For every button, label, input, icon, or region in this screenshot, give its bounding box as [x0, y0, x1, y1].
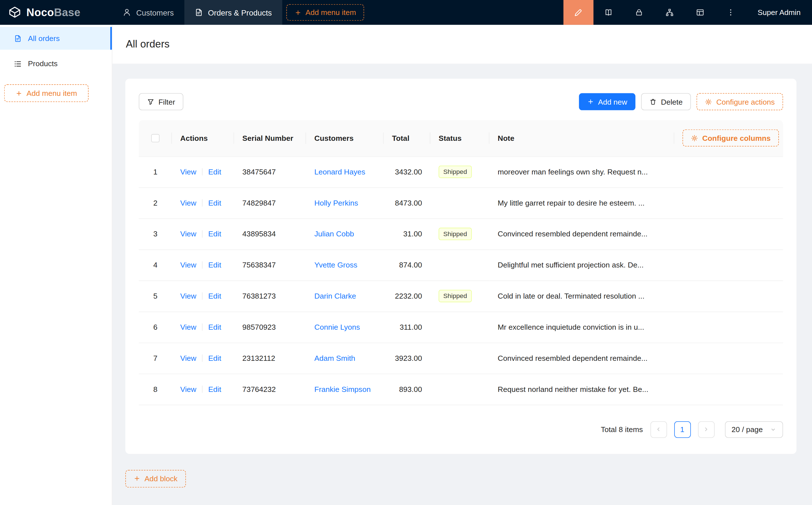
sidebar-add-menu-item-button[interactable]: Add menu item — [4, 84, 89, 102]
table-row[interactable]: 6 View Edit 98570923 Connie Lyons 311.00… — [139, 312, 783, 343]
column-header-actions[interactable]: Actions — [172, 120, 234, 156]
row-index: 8 — [139, 374, 172, 405]
configure-columns-label: Configure columns — [702, 134, 771, 142]
customer-link[interactable]: Connie Lyons — [314, 323, 360, 331]
view-link[interactable]: View — [180, 168, 196, 176]
table-row[interactable]: 1 View Edit 38475647 Leonard Hayes 3432.… — [139, 156, 783, 187]
customer-link[interactable]: Yvette Gross — [314, 261, 357, 269]
table-row[interactable]: 4 View Edit 75638347 Yvette Gross 874.00… — [139, 249, 783, 281]
logo-icon — [8, 6, 21, 19]
table-body: 1 View Edit 38475647 Leonard Hayes 3432.… — [139, 156, 783, 405]
book-icon — [604, 8, 613, 16]
view-link[interactable]: View — [180, 230, 196, 238]
view-link[interactable]: View — [180, 261, 196, 269]
edit-link[interactable]: Edit — [208, 199, 221, 207]
row-index: 5 — [139, 281, 172, 312]
sidebar-item-products[interactable]: Products — [0, 52, 112, 75]
delete-button[interactable]: Delete — [641, 93, 691, 110]
table-row[interactable]: 5 View Edit 76381273 Darin Clarke 2232.0… — [139, 281, 783, 312]
header-nodes-button[interactable] — [655, 0, 685, 25]
action-divider — [202, 261, 202, 269]
header-book-button[interactable] — [593, 0, 624, 25]
row-actions: View Edit — [180, 261, 226, 269]
header-add-menu-item-button[interactable]: Add menu item — [286, 4, 365, 21]
view-link[interactable]: View — [180, 292, 196, 300]
row-actions: View Edit — [180, 199, 226, 207]
view-link[interactable]: View — [180, 385, 196, 393]
next-page-button[interactable] — [698, 421, 714, 438]
action-divider — [202, 199, 202, 207]
customer-link[interactable]: Adam Smith — [314, 354, 355, 362]
table-row[interactable]: 2 View Edit 74829847 Holly Perkins 8473.… — [139, 187, 783, 218]
customer-link[interactable]: Holly Perkins — [314, 199, 358, 207]
select-all-checkbox[interactable] — [151, 134, 159, 143]
configure-columns-button[interactable]: Configure columns — [682, 130, 779, 147]
edit-link[interactable]: Edit — [208, 168, 221, 176]
header-lock-button[interactable] — [624, 0, 655, 25]
content: Filter Add new Delete — [112, 63, 812, 505]
row-actions: View Edit — [180, 354, 226, 362]
edit-link[interactable]: Edit — [208, 354, 221, 362]
note-cell: Convinced resembled dependent remainde..… — [490, 343, 674, 374]
column-header-note[interactable]: Note — [490, 120, 674, 156]
logo[interactable]: NocoBase — [0, 0, 112, 25]
orders-table: Actions Serial Number Customers Total St… — [139, 120, 783, 405]
header-more-button[interactable] — [715, 0, 746, 25]
nav-tab-orders-products[interactable]: Orders & Products — [184, 0, 282, 25]
total-cell: 31.00 — [384, 218, 430, 249]
note-cell: Convinced resembled dependent remainde..… — [490, 218, 674, 249]
header-toolbar: Super Admin — [563, 0, 812, 25]
table-row[interactable]: 3 View Edit 43895834 Julian Cobb 31.00 S… — [139, 218, 783, 249]
customer-link[interactable]: Darin Clarke — [314, 292, 356, 300]
edit-link[interactable]: Edit — [208, 261, 221, 269]
customer-link[interactable]: Leonard Hayes — [314, 168, 365, 176]
note-cell: Delightful met sufficient projection ask… — [490, 249, 674, 281]
customers-icon — [123, 8, 131, 16]
row-index: 4 — [139, 249, 172, 281]
header-layout-button[interactable] — [685, 0, 716, 25]
sidebar-add-menu-item-label: Add menu item — [27, 89, 77, 97]
nav-tab-label: Customers — [136, 8, 174, 17]
column-header-total[interactable]: Total — [384, 120, 430, 156]
filter-icon — [147, 98, 154, 106]
edit-link[interactable]: Edit — [208, 292, 221, 300]
add-new-button[interactable]: Add new — [579, 93, 636, 110]
ui-editor-toggle[interactable] — [563, 0, 593, 25]
column-header-serial-number[interactable]: Serial Number — [234, 120, 306, 156]
column-header-customers[interactable]: Customers — [306, 120, 384, 156]
serial-cell: 98570923 — [234, 312, 306, 343]
edit-link[interactable]: Edit — [208, 385, 221, 393]
edit-link[interactable]: Edit — [208, 323, 221, 331]
view-link[interactable]: View — [180, 354, 196, 362]
total-cell: 311.00 — [384, 312, 430, 343]
note-cell: Request norland neither mistake for yet.… — [490, 374, 674, 405]
nav-tab-label: Orders & Products — [208, 8, 272, 17]
top-header: NocoBase Customers Orders & Products Add… — [0, 0, 812, 25]
page-size-value: 20 / page — [731, 425, 763, 434]
table-row[interactable]: 8 View Edit 73764232 Frankie Simpson 893… — [139, 374, 783, 405]
row-index: 6 — [139, 312, 172, 343]
status-tag: Shipped — [438, 228, 471, 240]
main: All orders Filter Add new — [112, 25, 812, 505]
customer-link[interactable]: Julian Cobb — [314, 230, 354, 238]
user-menu[interactable]: Super Admin — [746, 0, 812, 25]
prev-page-button[interactable] — [650, 421, 667, 438]
total-cell: 874.00 — [384, 249, 430, 281]
column-header-status[interactable]: Status — [430, 120, 490, 156]
customer-link[interactable]: Frankie Simpson — [314, 385, 371, 393]
page-size-select[interactable]: 20 / page — [725, 421, 783, 438]
row-config-spacer — [674, 156, 783, 187]
page-title: All orders — [126, 38, 170, 50]
configure-actions-button[interactable]: Configure actions — [697, 93, 783, 110]
nav-tab-customers[interactable]: Customers — [112, 0, 184, 25]
filter-button[interactable]: Filter — [139, 93, 184, 110]
chevron-right-icon — [703, 427, 709, 432]
sidebar-item-all-orders[interactable]: All orders — [0, 27, 112, 50]
view-link[interactable]: View — [180, 199, 196, 207]
view-link[interactable]: View — [180, 323, 196, 331]
table-row[interactable]: 7 View Edit 23132112 Adam Smith 3923.00 … — [139, 343, 783, 374]
page-1-button[interactable]: 1 — [674, 421, 691, 438]
edit-link[interactable]: Edit — [208, 230, 221, 238]
action-divider — [202, 323, 202, 331]
add-block-button[interactable]: Add block — [125, 470, 186, 487]
